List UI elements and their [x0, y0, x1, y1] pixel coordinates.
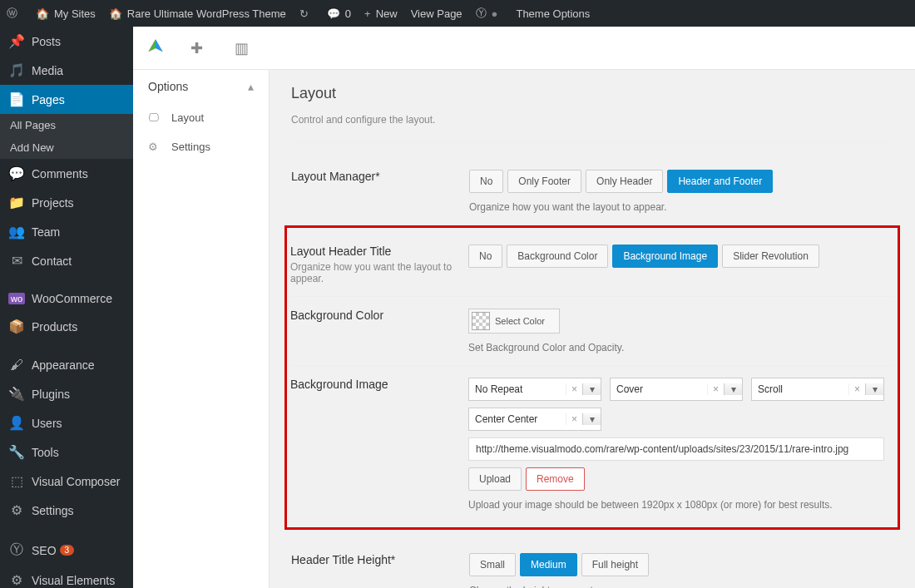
- menu-products[interactable]: 📦Products: [0, 312, 133, 341]
- new-content[interactable]: +New: [358, 0, 404, 27]
- framework-logo[interactable]: [145, 37, 166, 59]
- seo-icon: Ⓨ: [8, 541, 25, 559]
- help-bg-image: Upload your image should be between 1920…: [468, 499, 894, 511]
- monitor-icon: 🖵: [148, 111, 165, 124]
- chevron-down-icon[interactable]: ▾: [724, 383, 742, 395]
- color-swatch: [472, 312, 490, 330]
- bg-image-url[interactable]: [468, 437, 884, 461]
- chevron-up-icon: ▴: [248, 80, 254, 93]
- clear-icon[interactable]: ×: [566, 413, 582, 425]
- field-header-title: Layout Header Title Organize how you wan…: [290, 233, 894, 297]
- pages-submenu: All Pages Add New: [0, 114, 133, 159]
- pin-icon: 📌: [8, 33, 25, 49]
- menu-users[interactable]: 👤Users: [0, 408, 133, 437]
- field-bg-image: Background Image No Repeat×▾ Cover×▾ Scr…: [290, 366, 894, 522]
- header-title-slider[interactable]: Slider Revolution: [722, 245, 819, 268]
- chevron-down-icon[interactable]: ▾: [582, 383, 601, 395]
- menu-visual-elements[interactable]: ⚙Visual Elements: [0, 566, 133, 588]
- page-icon: 📄: [8, 91, 25, 107]
- header-title-no[interactable]: No: [468, 245, 502, 268]
- woo-icon: wo: [8, 293, 25, 304]
- comments-count[interactable]: 💬0: [320, 0, 358, 27]
- clear-icon[interactable]: ×: [566, 383, 582, 395]
- folder-icon: 📁: [8, 195, 25, 210]
- tab-settings[interactable]: ⚙Settings: [133, 132, 269, 161]
- label-bg-image: Background Image: [290, 378, 468, 511]
- gear-icon: ⚙: [148, 141, 165, 153]
- header-title-bg-image[interactable]: Background Image: [612, 245, 718, 268]
- label-layout-manager: Layout Manager*: [291, 170, 469, 213]
- help-layout-manager: Organize how you want the layout to appe…: [469, 201, 893, 213]
- menu-appearance[interactable]: 🖌Appearance: [0, 351, 133, 379]
- meta-topbar: ✚ ▥: [133, 27, 915, 70]
- admin-bar: ⓦ 🏠My Sites 🏠Rare Ultimate WordPress The…: [0, 0, 915, 27]
- layout-manager-no[interactable]: No: [469, 170, 503, 193]
- site-name[interactable]: 🏠Rare Ultimate WordPress Theme: [102, 0, 293, 27]
- menu-comments[interactable]: 💬Comments: [0, 159, 133, 188]
- sliders-icon: ⚙: [8, 502, 25, 518]
- menu-settings[interactable]: ⚙Settings: [0, 496, 133, 525]
- menu-woocommerce[interactable]: woWooCommerce: [0, 285, 133, 312]
- menu-tools[interactable]: 🔧Tools: [0, 437, 133, 467]
- menu-posts[interactable]: 📌Posts: [0, 27, 133, 56]
- yoast[interactable]: Ⓨ●: [469, 0, 510, 27]
- wrench-icon: 🔧: [8, 444, 25, 460]
- select-attachment[interactable]: Scroll×▾: [751, 378, 884, 401]
- header-height-small[interactable]: Small: [469, 553, 516, 576]
- options-accordion-header[interactable]: Options ▴: [133, 70, 269, 103]
- tab-layout[interactable]: 🖵Layout: [133, 103, 269, 132]
- menu-projects[interactable]: 📁Projects: [0, 188, 133, 217]
- label-header-title: Layout Header Title: [290, 245, 468, 258]
- clear-icon[interactable]: ×: [848, 383, 865, 395]
- plug-icon: 🔌: [8, 386, 25, 402]
- brush-icon: 🖌: [8, 358, 25, 373]
- wp-logo[interactable]: ⓦ: [0, 0, 29, 27]
- help-bg-color: Set Background Color and Opacity.: [468, 342, 894, 353]
- layout-icon[interactable]: ▥: [226, 33, 256, 63]
- admin-sidebar: 📌Posts 🎵Media 📄Pages All Pages Add New 💬…: [0, 27, 133, 588]
- label-header-height: Header Title Height*: [291, 553, 469, 588]
- sublabel-header-title: Organize how you want the layout to appe…: [290, 261, 468, 284]
- view-page[interactable]: View Page: [404, 0, 469, 27]
- remove-button[interactable]: Remove: [526, 467, 585, 491]
- layout-manager-header-footer[interactable]: Header and Footer: [667, 170, 773, 193]
- menu-team[interactable]: 👥Team: [0, 217, 133, 246]
- clear-icon[interactable]: ×: [707, 383, 724, 395]
- label-bg-color: Background Color: [290, 309, 468, 353]
- theme-options-link[interactable]: Theme Options: [509, 0, 596, 27]
- menu-visual-composer[interactable]: ⬚Visual Composer: [0, 467, 133, 496]
- options-sidebar: Options ▴ 🖵Layout ⚙Settings: [133, 70, 270, 588]
- seo-badge: 3: [60, 545, 75, 556]
- layout-manager-only-header[interactable]: Only Header: [586, 170, 663, 193]
- box-icon: 📦: [8, 319, 25, 334]
- gear-icon: ⚙: [8, 572, 25, 588]
- menu-pages[interactable]: 📄Pages: [0, 85, 133, 114]
- header-height-full[interactable]: Full height: [581, 553, 649, 576]
- submenu-add-new[interactable]: Add New: [0, 136, 133, 159]
- select-repeat[interactable]: No Repeat×▾: [468, 378, 601, 401]
- field-bg-color: Background Color Select Color Set Backgr…: [290, 297, 894, 366]
- header-title-bg-color[interactable]: Background Color: [507, 245, 608, 268]
- field-layout-manager: Layout Manager* No Only Footer Only Head…: [291, 158, 893, 225]
- add-icon[interactable]: ✚: [181, 33, 211, 63]
- user-icon: 👤: [8, 415, 25, 431]
- header-height-medium[interactable]: Medium: [520, 553, 577, 576]
- vc-icon: ⬚: [8, 473, 25, 489]
- color-picker[interactable]: Select Color: [468, 309, 560, 334]
- layout-manager-only-footer[interactable]: Only Footer: [507, 170, 581, 193]
- menu-media[interactable]: 🎵Media: [0, 56, 133, 85]
- updates[interactable]: ↻: [293, 0, 320, 27]
- menu-plugins[interactable]: 🔌Plugins: [0, 379, 133, 408]
- field-header-height: Header Title Height* Small Medium Full h…: [291, 541, 893, 588]
- my-sites[interactable]: 🏠My Sites: [29, 0, 102, 27]
- chevron-down-icon[interactable]: ▾: [582, 413, 601, 425]
- team-icon: 👥: [8, 224, 25, 240]
- select-size[interactable]: Cover×▾: [610, 378, 743, 401]
- menu-contact[interactable]: ✉Contact: [0, 246, 133, 275]
- upload-button[interactable]: Upload: [468, 467, 522, 491]
- select-position[interactable]: Center Center×▾: [468, 408, 601, 431]
- chevron-down-icon[interactable]: ▾: [865, 383, 883, 395]
- menu-seo[interactable]: ⓎSEO3: [0, 535, 133, 566]
- submenu-all-pages[interactable]: All Pages: [0, 114, 133, 136]
- page-description: Control and configure the layout.: [291, 106, 893, 143]
